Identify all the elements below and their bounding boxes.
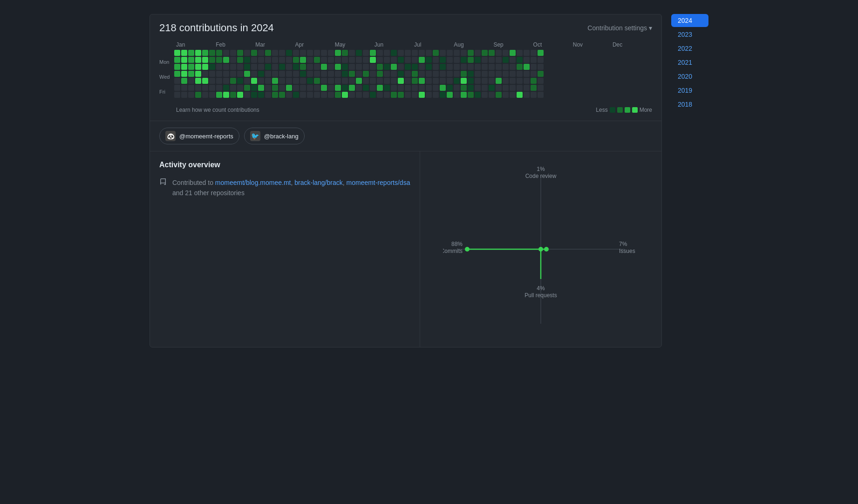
calendar-cell xyxy=(356,85,362,91)
calendar-cell xyxy=(426,71,432,77)
calendar-cell xyxy=(370,78,376,84)
calendar-cell xyxy=(496,85,502,91)
calendar-cell xyxy=(363,92,369,98)
org-filter-btn-momeemt[interactable]: 🐼@momeemt-reports xyxy=(159,128,239,144)
calendar-cell xyxy=(188,64,194,70)
month-label: Aug xyxy=(454,41,493,48)
calendar-cell xyxy=(419,92,425,98)
calendar-cell xyxy=(419,85,425,91)
calendar-cell xyxy=(244,78,250,84)
calendar-cell xyxy=(202,64,208,70)
calendar-cell xyxy=(335,57,341,63)
org-filter: 🐼@momeemt-reports🐦@brack-lang xyxy=(150,121,661,151)
calendar-cell xyxy=(335,85,341,91)
calendar-cell xyxy=(468,92,474,98)
year-btn-2022[interactable]: 2022 xyxy=(671,42,708,55)
calendar-cell xyxy=(489,85,495,91)
calendar-cell xyxy=(188,78,194,84)
calendar-cell xyxy=(202,71,208,77)
calendar-cell xyxy=(538,57,544,63)
calendar-cell xyxy=(293,78,299,84)
org-filter-btn-brack[interactable]: 🐦@brack-lang xyxy=(244,128,305,144)
calendar-week-row xyxy=(174,92,652,98)
calendar-cell xyxy=(503,64,509,70)
calendar-cell xyxy=(286,78,292,84)
calendar-cell xyxy=(279,50,285,56)
calendar-cell xyxy=(370,85,376,91)
calendar-cell xyxy=(461,92,467,98)
repo-link-2[interactable]: brack-lang/brack xyxy=(294,179,343,186)
calendar-cell xyxy=(377,50,383,56)
calendar-cell xyxy=(300,78,306,84)
calendar-cell xyxy=(286,50,292,56)
org-avatar: 🐦 xyxy=(250,131,260,141)
activity-right: 1% Code review 88% Commits 7% Issues 4% … xyxy=(420,151,661,347)
calendar-cell xyxy=(174,50,180,56)
calendar-cell xyxy=(433,57,439,63)
calendar-cell xyxy=(293,71,299,77)
calendar-cell xyxy=(377,57,383,63)
calendar-cell xyxy=(517,50,523,56)
calendar-cell xyxy=(398,71,404,77)
calendar-cell xyxy=(342,57,348,63)
calendar-cell xyxy=(251,50,257,56)
calendar-cell xyxy=(307,71,313,77)
calendar-cell xyxy=(454,71,460,77)
code-review-label: Code review xyxy=(525,173,557,179)
calendar-cell xyxy=(496,92,502,98)
calendar-cell xyxy=(538,64,544,70)
calendar-cell xyxy=(468,50,474,56)
calendar-cell xyxy=(265,71,271,77)
year-btn-2020[interactable]: 2020 xyxy=(671,70,708,83)
calendar-cell xyxy=(426,50,432,56)
calendar-cell xyxy=(258,71,264,77)
year-btn-2023[interactable]: 2023 xyxy=(671,28,708,41)
calendar-cell xyxy=(237,71,243,77)
calendar-cell xyxy=(517,78,523,84)
calendar-cell xyxy=(209,78,215,84)
calendar-cell xyxy=(391,71,397,77)
radar-chart: 1% Code review 88% Commits 7% Issues 4% … xyxy=(443,161,639,338)
calendar-cell xyxy=(328,64,334,70)
year-btn-2019[interactable]: 2019 xyxy=(671,84,708,97)
calendar-footer: Learn how we count contributions Less Mo… xyxy=(159,107,652,113)
calendar-cell xyxy=(349,50,355,56)
month-label: Nov xyxy=(573,41,613,48)
year-btn-2018[interactable]: 2018 xyxy=(671,98,708,111)
repo-link-3[interactable]: momeemt-reports/dsa xyxy=(347,179,410,186)
calendar-cell xyxy=(321,92,327,98)
calendar-cell xyxy=(279,71,285,77)
year-btn-2024[interactable]: 2024 xyxy=(671,14,708,27)
contribution-settings-button[interactable]: Contribution settings ▾ xyxy=(587,24,652,32)
calendar-cell xyxy=(363,50,369,56)
calendar-cell xyxy=(475,85,481,91)
months-row: JanFebMarAprMayJunJulAugSepOctNovDec xyxy=(159,41,652,48)
calendar-cell xyxy=(384,57,390,63)
calendar-cell xyxy=(391,57,397,63)
calendar-cell xyxy=(342,92,348,98)
calendar-cell xyxy=(524,92,530,98)
learn-contributions-link[interactable]: Learn how we count contributions xyxy=(176,107,259,113)
calendar-cell xyxy=(314,50,320,56)
calendar-cell xyxy=(391,78,397,84)
calendar-cell xyxy=(489,64,495,70)
repo-link-1[interactable]: momeemt/blog.momee.mt xyxy=(215,179,291,186)
calendar-cell xyxy=(300,85,306,91)
calendar-cell xyxy=(202,50,208,56)
calendar-cell xyxy=(307,92,313,98)
calendar-cell xyxy=(461,64,467,70)
calendar-cell xyxy=(531,78,537,84)
calendar-cell xyxy=(251,92,257,98)
year-btn-2021[interactable]: 2021 xyxy=(671,56,708,69)
calendar-cell xyxy=(531,85,537,91)
calendar-cell xyxy=(426,92,432,98)
calendar-cell xyxy=(237,57,243,63)
calendar-cell xyxy=(314,57,320,63)
calendar-cell xyxy=(482,64,488,70)
calendar-cell xyxy=(258,57,264,63)
calendar-cell xyxy=(531,71,537,77)
calendar-cell xyxy=(356,64,362,70)
calendar-cell xyxy=(216,57,222,63)
calendar-cell xyxy=(328,71,334,77)
calendar-cell xyxy=(412,78,418,84)
